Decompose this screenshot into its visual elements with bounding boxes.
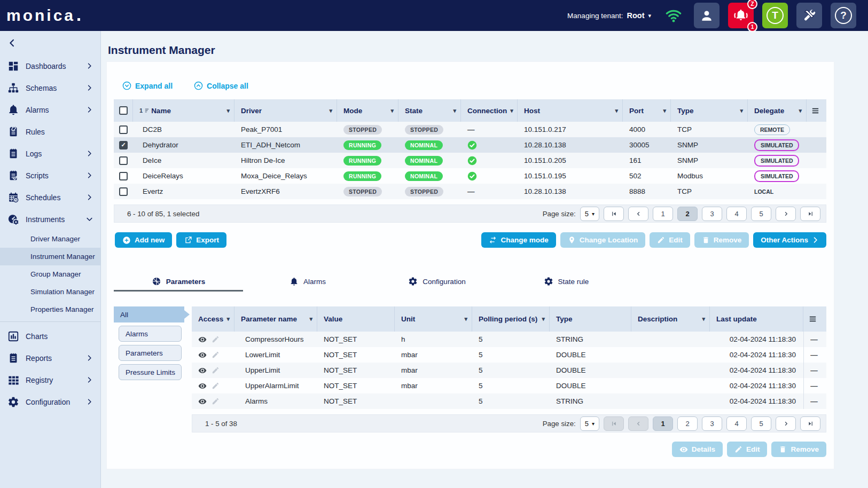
tools-button[interactable]: [796, 3, 822, 28]
page-button-5[interactable]: 5: [751, 207, 771, 221]
page-last-button[interactable]: [800, 207, 820, 221]
column-header-host[interactable]: Host ▾: [518, 99, 623, 122]
expand-all-button[interactable]: Expand all: [122, 81, 173, 90]
column-header-state[interactable]: State ▾: [398, 99, 461, 122]
instrument-row-deice[interactable]: DeIce Hiltron De-Ice RUNNING NOMINAL 10.…: [114, 153, 826, 168]
column-header-last-update[interactable]: Last update: [710, 306, 803, 332]
change-location-button[interactable]: Change Location: [560, 232, 646, 248]
parameter-row-alarms[interactable]: Alarms NOT_SET 5 STRING 02-04-2024 11:18…: [192, 393, 826, 409]
page-first-button[interactable]: [604, 207, 624, 221]
instrument-row-dc2b[interactable]: DC2B Peak_P7001 STOPPED STOPPED — 10.151…: [114, 122, 826, 137]
row-checkbox[interactable]: [119, 187, 128, 196]
page-button-1[interactable]: 1: [653, 207, 673, 221]
column-header-unit[interactable]: Unit▾: [395, 306, 472, 332]
sidebar-subitem-driver-manager[interactable]: Driver Manager: [0, 230, 100, 248]
filter-parameters[interactable]: Parameters: [119, 345, 182, 361]
sidebar-item-charts[interactable]: Charts: [0, 325, 100, 347]
column-header-polling-period-s-[interactable]: Polling period (s)▾: [472, 306, 550, 332]
managing-tenant[interactable]: Managing tenant: Root ▾: [567, 11, 651, 20]
sidebar-item-configuration[interactable]: Configuration: [0, 391, 100, 413]
page-next-button[interactable]: [776, 416, 796, 431]
eye-icon[interactable]: [198, 397, 207, 406]
change-mode-button[interactable]: Change mode: [481, 232, 556, 248]
tab-configuration[interactable]: Configuration: [372, 273, 502, 292]
cell-actions[interactable]: —: [803, 378, 822, 393]
eye-icon[interactable]: [198, 351, 207, 359]
collapse-all-button[interactable]: Collapse all: [194, 81, 248, 90]
sidebar-item-schedules[interactable]: Schedules: [0, 186, 100, 208]
filter-pressure-limits[interactable]: Pressure Limits: [119, 364, 182, 380]
parameter-row-upperlimit[interactable]: UpperLimit NOT_SET mbar 5 DOUBLE 02-04-2…: [192, 363, 826, 378]
other-actions-button[interactable]: Other Actions: [753, 232, 826, 248]
column-header-mode[interactable]: Mode ▾: [337, 99, 398, 122]
sidebar-item-reports[interactable]: Reports: [0, 347, 100, 369]
edit-button[interactable]: Edit: [650, 232, 690, 248]
sidebar-item-dashboards[interactable]: Dashboards: [0, 55, 100, 77]
row-checkbox[interactable]: ✓: [119, 141, 128, 149]
sidebar-subitem-instrument-manager[interactable]: Instrument Manager: [0, 248, 100, 265]
row-checkbox[interactable]: [119, 172, 128, 180]
cell-actions[interactable]: —: [803, 347, 822, 363]
export-button[interactable]: Export: [176, 232, 226, 248]
column-header-description[interactable]: Description▾: [631, 306, 710, 332]
details-button[interactable]: Details: [672, 442, 723, 457]
sidebar-subitem-properties-manager[interactable]: Properties Manager: [0, 301, 100, 318]
sidebar-item-schemas[interactable]: Schemas: [0, 77, 100, 99]
column-header-access[interactable]: Access▾: [192, 306, 234, 332]
column-header-delegate[interactable]: Delegate ▾: [748, 99, 807, 122]
page-next-button[interactable]: [776, 207, 796, 221]
pencil-icon[interactable]: [212, 366, 220, 374]
column-header-driver[interactable]: Driver ▾: [234, 99, 337, 122]
tab-state-rule[interactable]: State rule: [502, 273, 631, 292]
sidebar-item-scripts[interactable]: Scripts: [0, 164, 100, 186]
page-last-button[interactable]: [800, 416, 820, 431]
user-button[interactable]: [694, 3, 720, 28]
sidebar-subitem-group-manager[interactable]: Group Manager: [0, 265, 100, 283]
remove-button[interactable]: Remove: [694, 232, 749, 248]
page-button-3[interactable]: 3: [702, 416, 722, 431]
pencil-icon[interactable]: [212, 335, 220, 343]
sidebar-item-registry[interactable]: Registry: [0, 369, 100, 391]
column-header-type[interactable]: Type: [550, 306, 631, 332]
pencil-icon[interactable]: [212, 397, 220, 405]
parameter-row-upperalarmlimit[interactable]: UpperAlarmLimit NOT_SET mbar 5 DOUBLE 02…: [192, 378, 826, 393]
instrument-row-dehydrator[interactable]: ✓ Dehydrator ETI_ADH_Netcom RUNNING NOMI…: [114, 137, 826, 153]
column-header-type[interactable]: Type ▾: [671, 99, 748, 122]
sidebar-item-logs[interactable]: Logs: [0, 143, 100, 164]
tab-parameters[interactable]: Parameters: [114, 273, 243, 292]
edit-button[interactable]: Edit: [727, 442, 768, 457]
select-all-checkbox[interactable]: [119, 106, 128, 115]
page-button-3[interactable]: 3: [702, 207, 722, 221]
eye-icon[interactable]: [198, 335, 207, 344]
sidebar-item-alarms[interactable]: Alarms: [0, 99, 100, 121]
remove-button[interactable]: Remove: [771, 442, 826, 457]
page-size-select[interactable]: 5▾: [580, 207, 599, 221]
page-prev-button[interactable]: [628, 207, 648, 221]
sidebar-item-instruments[interactable]: Instruments: [0, 208, 100, 230]
sidebar-item-rules[interactable]: Rules: [0, 121, 100, 143]
cell-actions[interactable]: —: [803, 363, 822, 378]
page-button-2[interactable]: 2: [677, 207, 698, 221]
column-menu-icon[interactable]: [811, 106, 820, 115]
eye-icon[interactable]: [198, 382, 207, 390]
instrument-row-deicerelays[interactable]: DeiceRelays Moxa_Deice_Relays RUNNING NO…: [114, 168, 826, 184]
column-header-parameter-name[interactable]: Parameter name▾: [234, 306, 317, 332]
parameter-row-compressorhours[interactable]: CompressorHours NOT_SET h 5 STRING 02-04…: [192, 332, 826, 347]
pencil-icon[interactable]: [212, 351, 220, 359]
page-button-4[interactable]: 4: [726, 207, 747, 221]
row-checkbox[interactable]: [119, 125, 128, 134]
filter-alarms[interactable]: Alarms: [119, 326, 182, 342]
pencil-icon[interactable]: [212, 382, 220, 390]
column-header-name[interactable]: 1Name ▾: [133, 99, 234, 122]
page-button-4[interactable]: 4: [726, 416, 747, 431]
column-header-port[interactable]: Port ▾: [623, 99, 671, 122]
filter-all[interactable]: All: [114, 306, 184, 322]
alarms-button[interactable]: Z1: [728, 3, 754, 28]
page-size-select[interactable]: 5▾: [580, 416, 599, 431]
instrument-row-evertz[interactable]: Evertz EvertzXRF6 STOPPED STOPPED — 10.2…: [114, 184, 826, 199]
cell-actions[interactable]: —: [803, 393, 822, 409]
add-new-button[interactable]: Add new: [115, 232, 172, 248]
help-button[interactable]: ?: [831, 3, 856, 28]
sidebar-collapse-button[interactable]: [7, 38, 18, 48]
cell-actions[interactable]: —: [803, 332, 822, 347]
